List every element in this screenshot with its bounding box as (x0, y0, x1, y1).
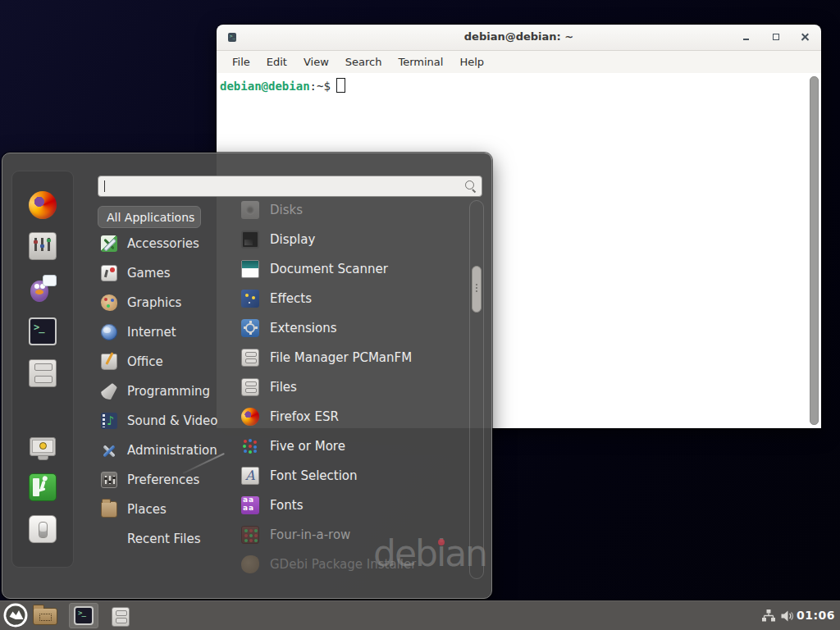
log-out-button[interactable] (29, 473, 57, 501)
application-list: Disks Display Document Scanner Effects E… (241, 195, 463, 579)
category-preferences[interactable]: Preferences (101, 465, 232, 495)
favorite-file-manager-button[interactable] (29, 359, 57, 387)
four-in-a-row-icon (241, 526, 259, 544)
volume-icon[interactable] (780, 609, 795, 627)
font-selection-icon: A (241, 467, 259, 485)
minimize-button[interactable] (741, 31, 752, 43)
terminal-prompt: debian@debian:~$ (220, 78, 345, 93)
menu-logo-icon (3, 603, 28, 628)
lock-screen-button[interactable] (29, 435, 57, 463)
menu-view[interactable]: View (295, 53, 337, 71)
taskbar: >_ 01:06 (0, 600, 840, 630)
control-center-icon (29, 232, 57, 260)
file-cabinet-icon (29, 359, 57, 387)
maximize-button[interactable] (770, 31, 782, 43)
file-manager-launcher[interactable] (33, 608, 57, 625)
category-all-applications[interactable]: All Applications (98, 206, 201, 228)
app-item-five-or-more[interactable]: Five or More (241, 431, 463, 461)
terminal-cursor (336, 78, 345, 93)
taskbar-terminal-window-button[interactable]: >_ (69, 603, 98, 628)
sound-video-icon: ♪ (101, 413, 117, 429)
category-programming[interactable]: Programming (101, 377, 232, 406)
app-item-display[interactable]: Display (241, 225, 463, 254)
category-list: Accessories Games Graphics Internet Offi… (101, 229, 232, 554)
five-or-more-icon (241, 437, 259, 455)
menu-file[interactable]: File (224, 53, 258, 71)
preferences-icon (101, 472, 117, 488)
text-caret (104, 180, 105, 192)
menu-edit[interactable]: Edit (258, 53, 295, 71)
app-item-file-manager-pcmanfm[interactable]: File Manager PCManFM (241, 343, 463, 372)
category-accessories[interactable]: Accessories (101, 229, 232, 258)
watermark-red-dot (438, 539, 445, 546)
document-scanner-icon (241, 260, 259, 278)
network-icon[interactable] (761, 609, 776, 627)
extensions-icon (241, 319, 259, 337)
terminal-titlebar[interactable]: >_ debian@debian: ~ (217, 25, 821, 51)
files-icon (241, 378, 259, 396)
category-administration[interactable]: Administration (101, 436, 232, 465)
debian-watermark: debian (373, 532, 486, 574)
category-sound-video[interactable]: ♪Sound & Video (101, 406, 232, 436)
firefox-icon (241, 408, 259, 426)
places-icon (101, 501, 117, 518)
log-out-icon (29, 473, 57, 501)
effects-icon (241, 290, 259, 308)
all-applications-label: All Applications (107, 211, 194, 224)
prompt-path: :~$ (310, 80, 331, 93)
app-item-effects[interactable]: Effects (241, 284, 463, 313)
search-icon (465, 180, 474, 189)
app-item-files[interactable]: Files (241, 372, 463, 402)
terminal-scrollbar[interactable] (810, 76, 819, 425)
favorite-control-center-button[interactable] (29, 232, 57, 260)
menu-search[interactable]: Search (337, 53, 390, 71)
category-places[interactable]: Places (101, 495, 232, 524)
category-recent-files[interactable]: Recent Files (101, 524, 232, 554)
favorite-pidgin-button[interactable] (29, 275, 57, 303)
favorites-column: >_ (11, 171, 74, 568)
menu-terminal[interactable]: Terminal (390, 53, 451, 71)
category-internet[interactable]: Internet (101, 317, 232, 347)
terminal-icon: >_ (74, 606, 94, 625)
clock[interactable]: 01:06 (797, 609, 835, 622)
terminal-icon: >_ (29, 317, 57, 345)
shutdown-button[interactable] (29, 515, 57, 543)
pidgin-icon (29, 275, 57, 303)
favorite-terminal-button[interactable]: >_ (29, 317, 57, 345)
app-item-firefox-esr[interactable]: Firefox ESR (241, 402, 463, 431)
office-icon (101, 354, 117, 370)
application-menu: >_ All Applications Accessories Games Gr… (2, 153, 492, 599)
menu-help[interactable]: Help (451, 53, 492, 71)
app-item-font-selection[interactable]: AFont Selection (241, 461, 463, 491)
file-cabinet-icon (112, 607, 130, 627)
app-item-document-scanner[interactable]: Document Scanner (241, 254, 463, 284)
search-input[interactable] (105, 178, 450, 193)
gdebi-icon (241, 555, 259, 573)
lock-screen-icon (29, 435, 57, 463)
menu-scrollbar[interactable] (469, 200, 484, 579)
menu-button[interactable] (3, 603, 28, 628)
prompt-user-host: debian@debian (220, 80, 310, 93)
terminal-menubar: File Edit View Search Terminal Help (217, 51, 821, 73)
category-office[interactable]: Office (101, 347, 232, 377)
close-button[interactable] (800, 31, 811, 43)
administration-icon (101, 442, 117, 459)
file-manager-icon (241, 349, 259, 367)
favorite-firefox-button[interactable] (29, 191, 57, 219)
app-item-fonts[interactable]: aa aaFonts (241, 491, 463, 520)
internet-icon (101, 324, 117, 340)
menu-scrollbar-thumb[interactable] (472, 266, 482, 313)
accessories-icon (101, 235, 117, 252)
app-item-extensions[interactable]: Extensions (241, 313, 463, 343)
graphics-icon (101, 294, 117, 311)
terminal-title: debian@debian: ~ (217, 30, 821, 43)
category-graphics[interactable]: Graphics (101, 288, 232, 317)
programming-icon (101, 383, 117, 399)
app-item-disks[interactable]: Disks (241, 195, 463, 225)
display-icon (241, 231, 259, 249)
fonts-icon: aa aa (241, 496, 259, 514)
file-cabinet-launcher[interactable] (112, 607, 130, 627)
category-games[interactable]: Games (101, 258, 232, 288)
menu-search-box (98, 176, 482, 197)
disks-icon (241, 201, 259, 219)
